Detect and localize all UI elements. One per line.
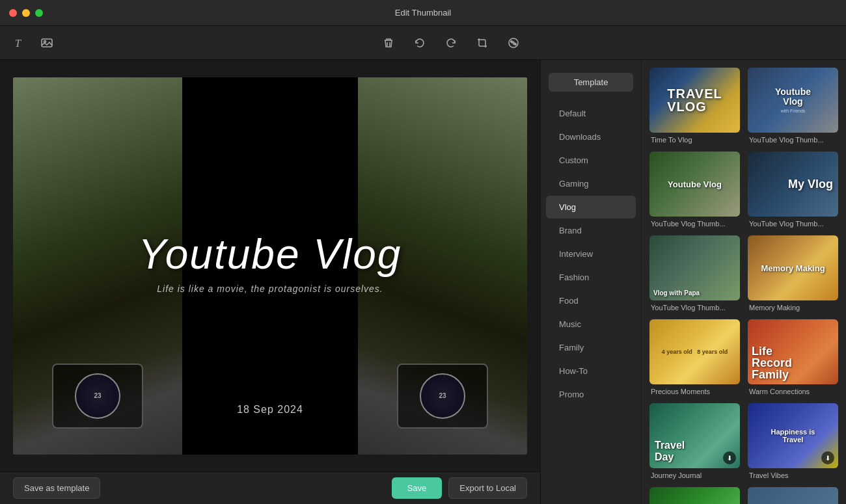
template-card-placeholder[interactable]: ... xyxy=(748,487,838,504)
template-label-memory-making: Memory Making xyxy=(748,304,838,312)
delete-button[interactable] xyxy=(379,34,398,52)
template-card-travel-vlog2[interactable]: TRAVEL VLOGTravel Vlog xyxy=(649,487,740,504)
template-tab[interactable]: Template xyxy=(549,73,633,92)
category-item-default[interactable]: Default xyxy=(546,102,636,125)
template-label-warm-connections: Warm Connections xyxy=(748,388,838,395)
add-text-button[interactable]: T xyxy=(10,34,29,52)
save-as-template-button[interactable]: Save as template xyxy=(13,477,100,499)
template-card-my-vlog[interactable]: My VlogYouTube Vlog Thumb... xyxy=(748,152,838,228)
category-item-music[interactable]: Music xyxy=(546,313,636,336)
dashboard-right: 23 xyxy=(397,364,488,429)
bottom-right-buttons: Save Export to Local xyxy=(392,477,527,499)
template-card-travel-vibes[interactable]: Happiness isTravel⬇Travel Vibes xyxy=(748,403,838,479)
main-layout: 23 23 Youtube Vlog Life is like a movie,… xyxy=(0,60,846,504)
category-item-promo[interactable]: Promo xyxy=(546,383,636,406)
template-thumb-journey-journal: TravelDay⬇ xyxy=(649,403,740,468)
template-thumb-precious-moments: 4 years old 8 years old xyxy=(649,319,740,384)
template-thumb-my-vlog: My Vlog xyxy=(748,152,838,217)
svg-point-4 xyxy=(511,40,512,42)
canvas-date: 18 Sep 2024 xyxy=(237,404,303,416)
right-panel: Template DefaultDownloadsCustomGamingVlo… xyxy=(540,60,846,504)
redo-button[interactable] xyxy=(442,34,460,52)
canvas-wrapper: 23 23 Youtube Vlog Life is like a movie,… xyxy=(0,60,540,471)
canvas-bottom-bar: Save as template Save Export to Local xyxy=(0,471,540,504)
template-thumb-vlog-papa: Vlog with Papa xyxy=(649,235,740,300)
toolbar-left-tools: T xyxy=(10,34,56,52)
export-button[interactable]: Export to Local xyxy=(448,477,527,499)
template-card-vlog-papa[interactable]: Vlog with PapaYouTube Vlog Thumb... xyxy=(649,235,740,312)
template-card-memory-making[interactable]: Memory MakingMemory Making xyxy=(748,235,838,312)
template-grid: TRAVELVLOGTime To VlogYoutubeVlogwith Fr… xyxy=(642,60,846,504)
canvas-area: 23 23 Youtube Vlog Life is like a movie,… xyxy=(0,60,540,504)
template-label-youtube-vlog-thumb2: YouTube Vlog Thumb... xyxy=(649,220,740,228)
template-thumb-youtube-vlog-thumb2: Youtube Vlog xyxy=(649,152,740,217)
template-label-travel-vibes: Travel Vibes xyxy=(748,471,838,479)
speedometer-right: 23 xyxy=(420,373,465,419)
window-controls xyxy=(9,9,43,17)
canvas-text-overlay: Youtube Vlog Life is like a movie, the p… xyxy=(13,231,527,293)
undo-button[interactable] xyxy=(411,34,429,52)
template-label-precious-moments: Precious Moments xyxy=(649,388,740,395)
template-card-journey-journal[interactable]: TravelDay⬇Journey Journal xyxy=(649,403,740,479)
toolbar-center-tools xyxy=(66,34,836,52)
template-card-warm-connections[interactable]: LifeRecordFamilyWarm Connections xyxy=(748,319,838,395)
category-sidebar: Template DefaultDownloadsCustomGamingVlo… xyxy=(541,60,642,504)
category-item-fashion[interactable]: Fashion xyxy=(546,266,636,289)
speedometer-left: 23 xyxy=(75,373,120,419)
download-badge: ⬇ xyxy=(723,451,736,464)
category-item-interview[interactable]: Interview xyxy=(546,243,636,265)
template-thumb-placeholder xyxy=(748,487,838,504)
template-thumb-youtube-vlog-thumb1: YoutubeVlogwith Friends xyxy=(748,68,838,133)
close-button[interactable] xyxy=(9,9,17,17)
category-item-food[interactable]: Food xyxy=(546,289,636,312)
template-thumb-travel-vibes: Happiness isTravel⬇ xyxy=(748,403,838,468)
canvas-content[interactable]: 23 23 Youtube Vlog Life is like a movie,… xyxy=(13,77,527,455)
template-label-my-vlog: YouTube Vlog Thumb... xyxy=(748,220,838,228)
canvas-subtitle: Life is like a movie, the protagonist is… xyxy=(13,284,527,294)
editor-toolbar: T xyxy=(0,26,846,60)
template-card-precious-moments[interactable]: 4 years old 8 years oldPrecious Moments xyxy=(649,319,740,395)
template-thumb-travel-vlog2: TRAVEL VLOG xyxy=(649,487,740,504)
category-item-custom[interactable]: Custom xyxy=(546,149,636,172)
adjust-button[interactable] xyxy=(504,34,523,52)
template-thumb-memory-making: Memory Making xyxy=(748,235,838,300)
category-item-brand[interactable]: Brand xyxy=(546,219,636,242)
category-item-how-to[interactable]: How-To xyxy=(546,360,636,382)
download-badge: ⬇ xyxy=(821,451,834,464)
template-card-time-to-vlog[interactable]: TRAVELVLOGTime To Vlog xyxy=(649,68,740,144)
dashboard-left: 23 xyxy=(52,364,143,429)
title-bar: Edit Thumbnail xyxy=(0,0,846,26)
svg-point-5 xyxy=(515,43,516,44)
category-list: DefaultDownloadsCustomGamingVlogBrandInt… xyxy=(541,102,641,406)
template-card-youtube-vlog-thumb2[interactable]: Youtube VlogYouTube Vlog Thumb... xyxy=(649,152,740,228)
template-thumb-warm-connections: LifeRecordFamily xyxy=(748,319,838,384)
template-thumb-time-to-vlog: TRAVELVLOG xyxy=(649,68,740,133)
category-item-gaming[interactable]: Gaming xyxy=(546,172,636,195)
category-item-family[interactable]: Family xyxy=(546,336,636,359)
add-image-button[interactable] xyxy=(38,34,56,52)
template-label-youtube-vlog-thumb1: YouTube Vlog Thumb... xyxy=(748,136,838,144)
canvas-main-title: Youtube Vlog xyxy=(13,231,527,276)
category-item-downloads[interactable]: Downloads xyxy=(546,126,636,148)
svg-text:T: T xyxy=(15,38,21,49)
category-item-vlog[interactable]: Vlog xyxy=(546,196,636,219)
template-label-journey-journal: Journey Journal xyxy=(649,471,740,479)
crop-button[interactable] xyxy=(473,34,491,52)
template-card-youtube-vlog-thumb1[interactable]: YoutubeVlogwith FriendsYouTube Vlog Thum… xyxy=(748,68,838,144)
minimize-button[interactable] xyxy=(22,9,30,17)
template-label-vlog-papa: YouTube Vlog Thumb... xyxy=(649,304,740,312)
window-title: Edit Thumbnail xyxy=(395,8,451,18)
template-label-time-to-vlog: Time To Vlog xyxy=(649,136,740,144)
maximize-button[interactable] xyxy=(35,9,43,17)
save-button[interactable]: Save xyxy=(392,477,443,499)
